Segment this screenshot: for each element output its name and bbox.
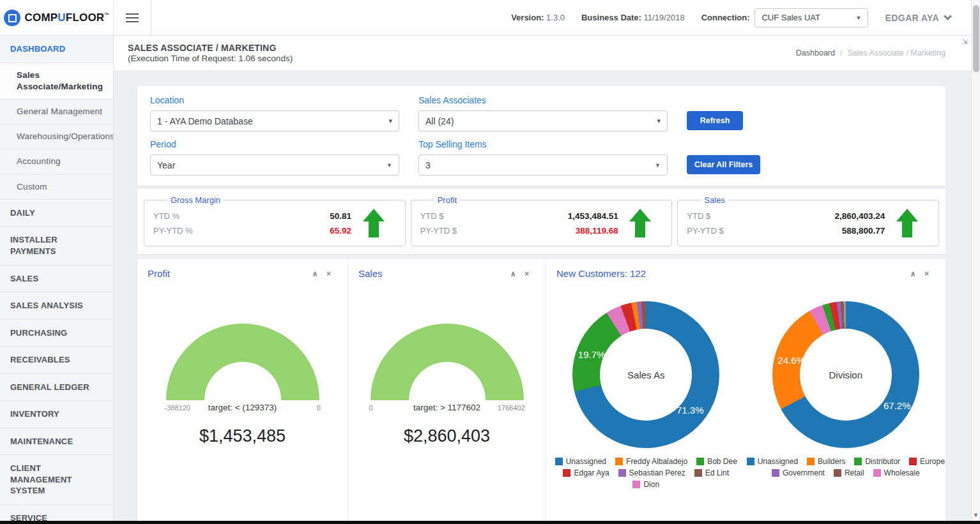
legend-label: Ed Lint bbox=[705, 468, 729, 477]
legend-item: Retail bbox=[834, 468, 864, 477]
sales-gauge-widget: Sales ∧ × 0 target: > 1177602 1766 bbox=[348, 259, 546, 524]
kpi-card-gross-margin: Gross Margin YTD % 50.81 PY-YTD % 65.92 bbox=[144, 195, 406, 246]
version-value: 1.3.0 bbox=[546, 13, 565, 22]
kpi-row: PY-YTD $ 588,800.77 bbox=[687, 226, 885, 236]
sidebar-item-sales[interactable]: SALES bbox=[0, 266, 113, 293]
gauge-value: $1,453,485 bbox=[137, 426, 348, 446]
connection-select[interactable]: CUF Sales UAT ▼ bbox=[754, 8, 868, 27]
sales-associates-select[interactable]: All (24) ▾ bbox=[418, 110, 668, 131]
execution-time: (Execution Time of Request: 1.06 seconds… bbox=[128, 54, 293, 63]
gauge-max-label: 0 bbox=[281, 404, 321, 412]
period-select[interactable]: Year ▼ bbox=[150, 154, 399, 176]
kpi-row: YTD $ 1,453,484.51 bbox=[420, 211, 618, 221]
legend-item: Bob Dee bbox=[696, 457, 737, 466]
sidebar-nav: DASHBOARDSales Associate/MarketingGenera… bbox=[0, 36, 113, 524]
scrollbar-thumb[interactable] bbox=[973, 5, 979, 72]
sidebar-item-inventory[interactable]: INVENTORY bbox=[0, 401, 113, 428]
legend-label: Builders bbox=[818, 457, 845, 466]
legend-item: Distributor bbox=[854, 457, 900, 466]
sidebar-item-purchasing[interactable]: PURCHASING bbox=[0, 320, 113, 347]
clear-all-filters-button[interactable]: Clear All Filters bbox=[687, 155, 760, 174]
user-menu[interactable]: EDGAR AYA bbox=[885, 13, 951, 23]
gauge-max-label: 1766402 bbox=[486, 404, 525, 412]
legend-swatch bbox=[696, 458, 704, 465]
legend-label: Sebastian Perez bbox=[629, 468, 685, 477]
sidebar-item-installer-payments[interactable]: INSTALLER PAYMENTS bbox=[0, 227, 113, 265]
legend-item: Freddy Albaladejo bbox=[615, 457, 687, 466]
period-label: Period bbox=[150, 139, 399, 149]
sidebar-item-sales-associate-marketing[interactable]: Sales Associate/Marketing bbox=[0, 63, 113, 100]
widget-title: Profit bbox=[148, 268, 170, 279]
location-select[interactable]: 1 - AYA Demo Database ▾ bbox=[150, 110, 399, 131]
kpi-title: Gross Margin bbox=[167, 195, 224, 205]
kpi-value: 50.81 bbox=[330, 211, 351, 221]
trend-up-arrow-icon bbox=[896, 209, 918, 238]
legend-swatch bbox=[873, 469, 881, 477]
division-donut-chart: Division 67.2% 24.6% bbox=[772, 301, 919, 448]
sidebar-item-general-ledger[interactable]: GENERAL LEDGER bbox=[0, 374, 113, 401]
kpi-row: PY-YTD % 65.92 bbox=[153, 226, 351, 236]
refresh-button[interactable]: Refresh bbox=[687, 111, 743, 130]
caret-down-icon: ▾ bbox=[657, 117, 661, 125]
business-date: Business Date: 11/19/2018 bbox=[581, 13, 685, 22]
page-header: SALES ASSOCIATE / MARKETING (Execution T… bbox=[114, 36, 971, 70]
new-customers-widget: New Customers: 122 ∧ × Sales As bbox=[546, 259, 946, 524]
division-chart-column: Division 67.2% 24.6% UnassignedBuildersD… bbox=[746, 279, 946, 489]
legend-swatch bbox=[834, 469, 841, 477]
widget-collapse-icon[interactable]: ∧ bbox=[510, 269, 516, 278]
scroll-down-arrow-icon[interactable]: ▼ bbox=[972, 512, 980, 518]
legend-item: Unassigned bbox=[747, 457, 798, 466]
sidebar-item-warehousing-operations[interactable]: Warehousing/Operations bbox=[0, 124, 113, 149]
gauge-target-label: target: < (129373) bbox=[204, 403, 281, 412]
widget-title: New Customers: 122 bbox=[556, 268, 646, 279]
sidebar-item-accounting[interactable]: Accounting bbox=[0, 149, 113, 174]
brand-logo[interactable]: COMPUFLOOR™ bbox=[0, 0, 114, 35]
sidebar-item-custom[interactable]: Custom bbox=[0, 175, 113, 200]
slice-percent-label: 19.7% bbox=[578, 348, 606, 359]
connection-label: Connection: bbox=[701, 13, 750, 22]
business-date-label: Business Date: bbox=[581, 13, 641, 22]
gauge-min-label: -388120 bbox=[165, 404, 204, 412]
widget-close-icon[interactable]: × bbox=[924, 269, 929, 278]
main-area: SALES ASSOCIATE / MARKETING (Execution T… bbox=[114, 36, 971, 524]
collapse-corner-icon[interactable]: ⇲ bbox=[962, 38, 968, 46]
kpi-title: Sales bbox=[701, 195, 728, 205]
period-field: Period Year ▼ bbox=[150, 139, 399, 176]
title-block: SALES ASSOCIATE / MARKETING (Execution T… bbox=[114, 43, 293, 63]
user-name: EDGAR AYA bbox=[885, 13, 939, 23]
widget-close-icon[interactable]: × bbox=[524, 269, 529, 278]
division-legend: UnassignedBuildersDistributorEuropeGover… bbox=[746, 457, 946, 477]
breadcrumb: Dashboard / Sales Associate / Marketing bbox=[796, 49, 971, 57]
sidebar-item-maintenance[interactable]: MAINTENANCE bbox=[0, 428, 113, 456]
vertical-scrollbar[interactable]: ▼ bbox=[971, 0, 980, 524]
legend-item: Unassigned bbox=[555, 457, 606, 466]
kpi-row: PY-YTD $ 388,119.68 bbox=[420, 226, 618, 236]
widget-collapse-icon[interactable]: ∧ bbox=[910, 269, 916, 278]
legend-swatch bbox=[854, 458, 862, 465]
sidebar-item-daily[interactable]: DAILY bbox=[0, 200, 113, 227]
top-selling-items-select[interactable]: 3 ▼ bbox=[418, 154, 668, 176]
header-meta: Version: 1.3.0 Business Date: 11/19/2018… bbox=[511, 0, 971, 35]
legend-label: Unassigned bbox=[566, 457, 606, 466]
legend-label: Wholesale bbox=[884, 468, 920, 477]
legend-label: Retail bbox=[845, 468, 864, 477]
caret-down-icon: ▼ bbox=[387, 162, 392, 168]
brand-cube-icon bbox=[4, 10, 20, 26]
widget-close-icon[interactable]: × bbox=[326, 269, 331, 278]
gauge-min-label: 0 bbox=[369, 404, 409, 412]
sidebar-item-receivables[interactable]: RECEIVABLES bbox=[0, 347, 113, 374]
sidebar-item-general-management[interactable]: General Management bbox=[0, 100, 113, 124]
horizontal-scrollbar[interactable] bbox=[0, 521, 980, 524]
legend-label: Bob Dee bbox=[707, 457, 737, 466]
breadcrumb-dashboard-link[interactable]: Dashboard bbox=[796, 49, 835, 57]
sidebar-item-client-management-system[interactable]: CLIENT MANAGEMENT SYSTEM bbox=[0, 455, 113, 505]
kpi-card-sales: Sales YTD $ 2,860,403.24 PY-YTD $ 588,80… bbox=[677, 195, 939, 246]
charts-panel: Profit ∧ × -388120 target: < (129373) bbox=[137, 259, 946, 524]
page-title: SALES ASSOCIATE / MARKETING bbox=[128, 43, 293, 53]
sidebar-item-sales-analysis[interactable]: SALES ANALYSIS bbox=[0, 292, 113, 320]
version-label: Version: bbox=[511, 13, 544, 22]
sidebar-item-dashboard[interactable]: DASHBOARD bbox=[0, 36, 113, 63]
hamburger-button[interactable] bbox=[114, 0, 151, 35]
widget-collapse-icon[interactable]: ∧ bbox=[312, 269, 318, 278]
location-label: Location bbox=[150, 95, 399, 105]
